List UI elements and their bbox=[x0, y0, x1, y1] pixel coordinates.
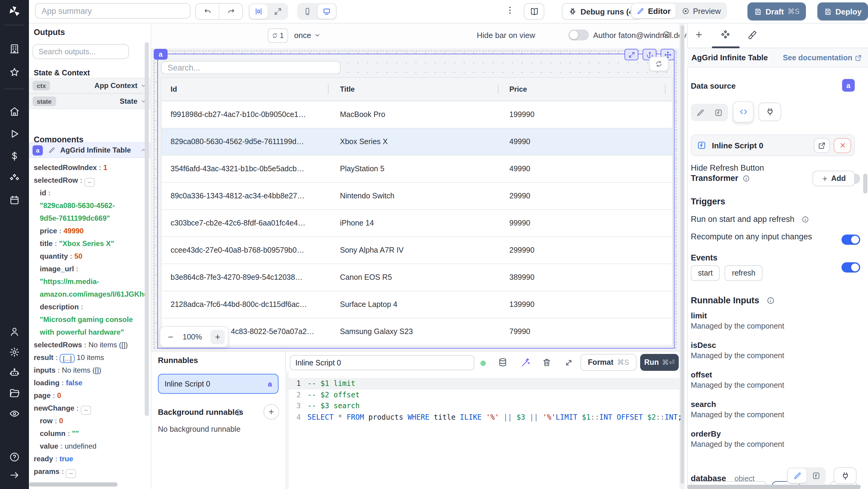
state-row[interactable]: state State bbox=[29, 93, 151, 109]
table-row[interactable]: 4c83-8022-5e70a07a2…Samsung Galaxy S2379… bbox=[161, 318, 672, 345]
outputs-scrollbar[interactable] bbox=[145, 42, 149, 416]
windmill-logo-icon[interactable] bbox=[8, 5, 21, 18]
code-line[interactable]: 3-- $3 search bbox=[285, 400, 679, 411]
connect-mode-button[interactable] bbox=[758, 102, 781, 121]
output-prop-row[interactable]: "829ca080-5630-4562- bbox=[29, 200, 147, 212]
home-icon[interactable] bbox=[9, 106, 20, 117]
output-prop-row[interactable]: page : 0 bbox=[29, 390, 147, 402]
folder-icon[interactable] bbox=[9, 388, 20, 399]
output-prop-row[interactable]: price : 49990 bbox=[29, 225, 147, 238]
output-prop-row[interactable]: description : bbox=[29, 301, 147, 313]
calendar-icon[interactable] bbox=[9, 195, 20, 206]
tab-editor[interactable]: Editor bbox=[632, 4, 675, 18]
table-row[interactable]: b3e864c8-7fe3-4270-89e9-54c12038…Canon E… bbox=[161, 264, 672, 291]
user-icon[interactable] bbox=[9, 326, 20, 337]
building-icon[interactable] bbox=[9, 43, 20, 54]
ctx-row[interactable]: ctx App Context bbox=[29, 78, 151, 93]
output-prop-row[interactable]: 9d5e-7611199dc669" bbox=[29, 212, 147, 225]
eval-mode-button[interactable] bbox=[710, 105, 727, 120]
outputs-hscrollbar[interactable] bbox=[29, 482, 118, 487]
zoom-out-button[interactable]: − bbox=[163, 330, 178, 344]
column-header-price[interactable]: Price bbox=[498, 85, 672, 93]
output-prop-row[interactable]: title : "Xbox Series X" bbox=[29, 238, 147, 250]
output-prop-row[interactable]: value : undefined bbox=[29, 440, 147, 453]
run-on-start-toggle[interactable] bbox=[841, 235, 860, 245]
tab-preview[interactable]: Preview bbox=[677, 4, 726, 18]
code-line[interactable]: 2-- $2 offset bbox=[285, 389, 679, 400]
script-name-input[interactable] bbox=[290, 355, 474, 370]
column-resize-handle[interactable] bbox=[665, 84, 665, 94]
table-row[interactable]: 829ca080-5630-4562-9d5e-7611199d…Xbox Se… bbox=[161, 128, 672, 156]
see-documentation-link[interactable]: See documentation bbox=[783, 53, 862, 62]
add-transformer-button[interactable]: Add bbox=[812, 171, 855, 186]
expand-editor-icon[interactable] bbox=[564, 358, 573, 367]
robot-icon[interactable] bbox=[9, 367, 20, 378]
table-row[interactable]: 2128adca-7fc6-44bd-800c-dc115df6ac…Surfa… bbox=[161, 291, 672, 318]
arrow-right-icon[interactable] bbox=[9, 470, 20, 481]
docs-button[interactable] bbox=[524, 3, 544, 20]
column-resize-handle[interactable] bbox=[328, 84, 329, 94]
static-mode-button[interactable] bbox=[788, 468, 807, 483]
code-line[interactable]: 4SELECT * FROM products WHERE title ILIK… bbox=[285, 411, 679, 423]
ai-wand-icon[interactable] bbox=[520, 358, 530, 367]
component-list-item[interactable]: a AgGrid Infinite Table bbox=[29, 142, 151, 158]
draft-button[interactable]: Draft ⌘S bbox=[747, 2, 806, 21]
inline-script-row[interactable]: Inline Script 0 bbox=[691, 134, 855, 156]
output-prop-row[interactable]: column : "" bbox=[29, 428, 147, 440]
schedule-select[interactable]: once bbox=[294, 28, 321, 41]
output-prop-row[interactable]: "Microsoft gaming console bbox=[29, 313, 147, 326]
redo-button[interactable] bbox=[219, 4, 242, 19]
column-header-id[interactable]: Id bbox=[161, 85, 328, 93]
info-icon[interactable] bbox=[802, 216, 809, 223]
format-button[interactable]: Format ⌘S bbox=[581, 354, 637, 371]
event-chip-start[interactable]: start bbox=[691, 265, 720, 281]
info-icon[interactable] bbox=[743, 175, 750, 182]
rename-icon[interactable] bbox=[48, 147, 56, 154]
static-mode-button[interactable] bbox=[692, 105, 709, 120]
help-icon[interactable] bbox=[9, 452, 20, 462]
info-icon[interactable] bbox=[662, 31, 670, 39]
output-prop-row[interactable]: ready : true bbox=[29, 453, 147, 465]
output-prop-row[interactable]: image_url : bbox=[29, 263, 147, 276]
table-refresh-button[interactable] bbox=[649, 57, 669, 71]
table-row[interactable]: f991898d-cb27-4ac7-b10c-0b9050ce1…MacBoo… bbox=[161, 101, 672, 128]
center-align-button[interactable] bbox=[250, 4, 268, 19]
play-icon[interactable] bbox=[9, 128, 20, 139]
connect-mode-button[interactable] bbox=[834, 467, 857, 484]
output-prop-row[interactable]: selectedRows : No items ([]) bbox=[29, 339, 147, 352]
add-background-runnable-button[interactable] bbox=[264, 404, 279, 420]
more-menu-button[interactable] bbox=[505, 5, 515, 18]
code-editor[interactable]: 1-- $1 limit2-- $2 offset3-- $3 search4S… bbox=[285, 378, 679, 423]
info-icon[interactable] bbox=[235, 409, 242, 416]
settings-hscrollbar[interactable] bbox=[687, 485, 861, 489]
output-prop-row[interactable]: result : [...] 10 items bbox=[29, 352, 147, 364]
table-row[interactable]: c303bce7-cb2e-42c6-8fdf-6aa01fc4e4…iPhon… bbox=[161, 210, 672, 237]
cubes-icon[interactable] bbox=[9, 173, 20, 184]
star-icon[interactable] bbox=[9, 67, 20, 78]
dollar-icon[interactable] bbox=[9, 151, 20, 161]
mobile-view-button[interactable] bbox=[299, 4, 316, 19]
desktop-view-button[interactable] bbox=[318, 4, 336, 19]
code-mode-button[interactable] bbox=[733, 101, 753, 122]
event-chip-refresh[interactable]: refresh bbox=[725, 265, 763, 281]
output-prop-row[interactable]: selectedRow : – bbox=[29, 174, 147, 187]
output-prop-row[interactable]: row : 0 bbox=[29, 415, 147, 428]
run-button[interactable]: Run ⌘⏎ bbox=[640, 354, 679, 371]
delete-icon[interactable] bbox=[542, 358, 552, 367]
add-component-tab-icon[interactable] bbox=[694, 30, 704, 39]
database-icon[interactable] bbox=[498, 358, 507, 367]
eye-icon[interactable] bbox=[9, 408, 20, 419]
hide-bar-toggle[interactable] bbox=[568, 30, 589, 40]
gear-icon[interactable] bbox=[9, 347, 20, 358]
undo-button[interactable] bbox=[196, 4, 219, 19]
output-prop-row[interactable]: with powerful hardware" bbox=[29, 326, 147, 339]
output-prop-row[interactable]: selectedRowIndex : 1 bbox=[29, 161, 147, 174]
table-row[interactable]: 354f6afd-43ac-4321-b1bc-0b5e5adcb…PlaySt… bbox=[161, 156, 672, 183]
column-header-title[interactable]: Title bbox=[328, 85, 498, 93]
output-prop-row[interactable]: params : – bbox=[29, 465, 147, 478]
fullwidth-button[interactable] bbox=[269, 4, 287, 19]
info-icon[interactable] bbox=[767, 297, 775, 305]
zoom-in-button[interactable]: + bbox=[210, 330, 225, 344]
table-search-input[interactable] bbox=[161, 61, 341, 74]
expand-handle[interactable] bbox=[624, 49, 638, 60]
